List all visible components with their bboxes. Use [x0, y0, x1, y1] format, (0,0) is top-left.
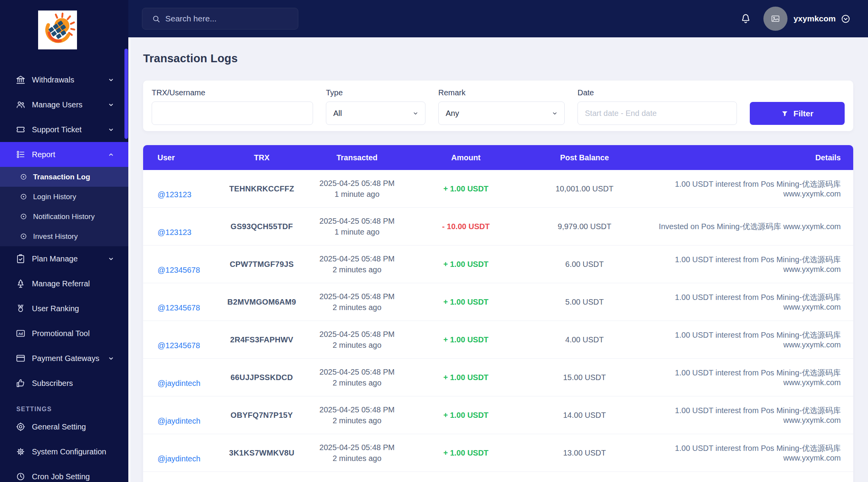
- sidebar-item-report[interactable]: Report: [0, 142, 128, 167]
- user-link[interactable]: @jaydintech: [158, 417, 200, 426]
- user-link[interactable]: @12345678: [158, 341, 200, 350]
- user-link[interactable]: @123123: [158, 228, 191, 237]
- filter-button-label: Filter: [793, 109, 813, 118]
- transacted-ago: 1 minute ago: [334, 226, 380, 237]
- column-header-trx: TRX: [221, 145, 303, 170]
- user-link[interactable]: @123123: [158, 190, 191, 199]
- remark-select[interactable]: Any: [438, 102, 565, 125]
- sidebar-item-subscribers[interactable]: Subscribers: [0, 371, 128, 396]
- brand-logo[interactable]: [38, 11, 77, 49]
- table-row: @jaydintech 3K1KS7WMKV8U 2025-04-25 05:4…: [143, 434, 853, 471]
- sidebar-item-user-ranking[interactable]: User Ranking: [0, 296, 128, 321]
- table-body: @123123 TEHNKRKCCFFZ 2025-04-25 05:48 PM…: [143, 170, 853, 482]
- table-row: @12345678 B2MVMGOM6AM9 2025-04-25 05:48 …: [143, 283, 853, 321]
- chevron-up-icon: [108, 151, 114, 158]
- card-icon: [16, 353, 26, 363]
- remark-label: Remark: [438, 88, 565, 97]
- sidebar-item-withdrawals[interactable]: Withdrawals: [0, 67, 128, 92]
- details-text: 1.00 USDT interest from Pos Mining-优选源码库…: [649, 283, 853, 321]
- sidebar-item-label: Payment Gateways: [32, 354, 99, 363]
- transacted-ago: 1 minute ago: [334, 189, 380, 200]
- sidebar-item-label: Manage Users: [32, 100, 82, 109]
- type-select[interactable]: All: [326, 102, 425, 125]
- transacted-datetime: 2025-04-25 05:48 PM: [319, 253, 394, 264]
- transacted-datetime: 2025-04-25 05:48 PM: [319, 442, 394, 453]
- sidebar-item-label: Promotional Tool: [32, 329, 90, 338]
- sidebar: Withdrawals Manage Users Support Ticket …: [0, 0, 128, 482]
- sidebar-item-label: Cron Job Setting: [32, 472, 90, 481]
- chevron-down-icon: [108, 355, 114, 362]
- sidebar-item-manage-users[interactable]: Manage Users: [0, 92, 128, 117]
- ad-icon: [16, 328, 26, 338]
- sidebar-item-notification-history[interactable]: Notification History: [0, 207, 128, 226]
- ticket-icon: [16, 124, 26, 135]
- sidebar-item-label: Support Ticket: [32, 125, 82, 134]
- sun-solar-logo-icon: [40, 12, 75, 48]
- transacted-datetime: 2025-04-25 05:48 PM: [319, 404, 394, 415]
- transacted-ago: 2 minutes ago: [332, 415, 382, 426]
- details-text: 1.00 USDT interest from Pos Mining-优选源码库…: [649, 396, 853, 434]
- column-header-amount: Amount: [411, 145, 520, 170]
- sidebar-item-label: Manage Referral: [32, 279, 90, 288]
- clock-icon: [16, 471, 26, 482]
- topbar: yxymkcom: [128, 0, 868, 37]
- sidebar-item-support-ticket[interactable]: Support Ticket: [0, 117, 128, 142]
- user-link[interactable]: @12345678: [158, 303, 200, 312]
- dot-circle-icon: [19, 212, 28, 221]
- content-scrollbar-track: [128, 37, 130, 482]
- notification-bell-icon[interactable]: [740, 13, 752, 25]
- trx-code: 66UJJPSSKDCD: [221, 359, 303, 396]
- sidebar-item-invest-history[interactable]: Invest History: [0, 226, 128, 246]
- remark-select-value: Any: [446, 109, 459, 118]
- target-icon: [16, 422, 26, 432]
- user-menu-chevron-icon[interactable]: [840, 14, 851, 24]
- user-link[interactable]: @jaydintech: [158, 379, 200, 388]
- trx-username-input[interactable]: [152, 102, 313, 125]
- post-balance-value: 15.00 USDT: [520, 359, 649, 396]
- gear-icon: [16, 447, 26, 457]
- sidebar-item-login-history[interactable]: Login History: [0, 187, 128, 207]
- topbar-actions: yxymkcom: [740, 7, 868, 31]
- sidebar-item-cron-job-setting[interactable]: Cron Job Setting: [0, 464, 128, 482]
- transacted-datetime: 2025-04-25 05:48 PM: [319, 366, 394, 377]
- post-balance-value: 10,001.00 USDT: [520, 170, 649, 207]
- sidebar-item-transaction-log[interactable]: Transaction Log: [0, 167, 128, 187]
- sidebar-item-label: System Configuration: [32, 447, 106, 456]
- page-title: Transaction Logs: [143, 52, 853, 65]
- post-balance-value: 5.00 USDT: [520, 283, 649, 321]
- avatar[interactable]: [763, 7, 788, 31]
- filter-button[interactable]: Filter: [750, 102, 845, 125]
- dot-circle-icon: [19, 232, 28, 240]
- details-text: 1.00 USDT interest from Pos Mining-优选源码库…: [649, 245, 853, 283]
- sidebar-scrollbar[interactable]: [124, 49, 128, 139]
- sidebar-item-promotional-tool[interactable]: Promotional Tool: [0, 321, 128, 346]
- search-input[interactable]: [161, 8, 298, 29]
- sidebar-item-label: Subscribers: [32, 379, 73, 388]
- sidebar-item-plan-manage[interactable]: Plan Manage: [0, 246, 128, 271]
- post-balance-value: 9,979.00 USDT: [520, 208, 649, 245]
- transactions-table: UserTRXTransactedAmountPost BalanceDetai…: [143, 145, 853, 482]
- sidebar-item-general-setting[interactable]: General Setting: [0, 414, 128, 439]
- users-icon: [16, 100, 26, 110]
- sidebar-item-system-configuration[interactable]: System Configuration: [0, 439, 128, 464]
- chevron-down-icon: [551, 110, 558, 117]
- column-header-user: User: [143, 145, 221, 170]
- transacted-ago: 2 minutes ago: [332, 377, 382, 388]
- sidebar-item-manage-referral[interactable]: Manage Referral: [0, 271, 128, 296]
- trx-code: 3K1KS7WMKV8U: [221, 434, 303, 471]
- transacted-ago: 2 minutes ago: [332, 453, 382, 464]
- sidebar-item-label: User Ranking: [32, 304, 79, 313]
- tree-icon: [16, 279, 26, 289]
- sidebar-item-payment-gateways[interactable]: Payment Gateways: [0, 346, 128, 371]
- type-select-value: All: [333, 109, 342, 118]
- trx-code: TEHNKRKCCFFZ: [221, 170, 303, 207]
- date-range-input[interactable]: [578, 102, 737, 125]
- sidebar-item-label: General Setting: [32, 422, 86, 431]
- user-link[interactable]: @jaydintech: [158, 454, 200, 463]
- transacted-datetime: 2025-04-25 05:48 PM: [319, 178, 394, 189]
- chevron-down-icon: [108, 256, 114, 262]
- table-row: @12345678 2R4FS3FAPHWV 2025-04-25 05:48 …: [143, 321, 853, 358]
- user-link[interactable]: @12345678: [158, 266, 200, 275]
- sidebar-subitem-label: Notification History: [33, 212, 94, 221]
- username[interactable]: yxymkcom: [793, 14, 836, 23]
